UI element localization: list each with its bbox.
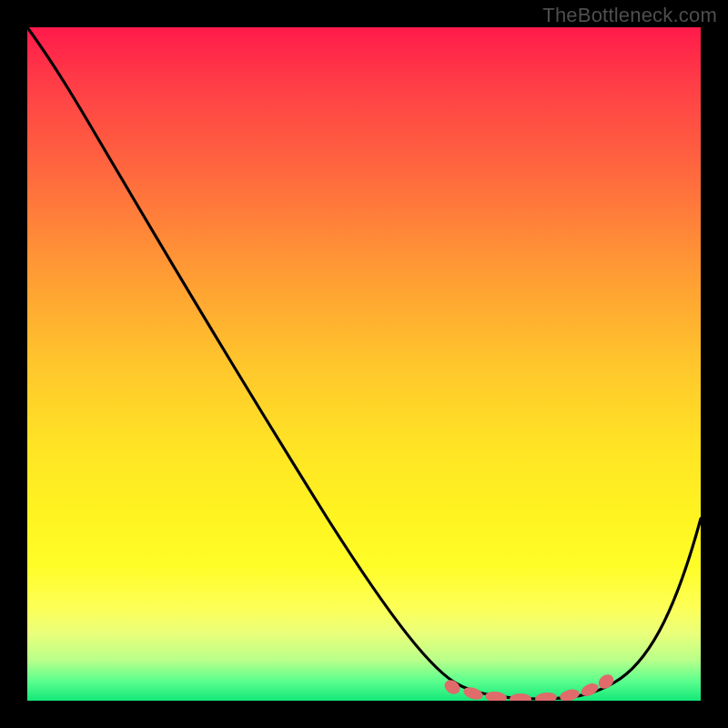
attribution-text: TheBottleneck.com xyxy=(542,4,717,27)
bottleneck-curve xyxy=(27,27,701,701)
plot-area xyxy=(27,27,701,701)
chart-frame: TheBottleneck.com xyxy=(0,0,728,728)
svg-point-2 xyxy=(484,691,507,701)
svg-point-3 xyxy=(510,693,531,701)
optimal-range-markers xyxy=(442,672,617,701)
svg-point-4 xyxy=(534,692,557,701)
curve-path xyxy=(27,27,701,699)
svg-point-5 xyxy=(559,688,581,701)
